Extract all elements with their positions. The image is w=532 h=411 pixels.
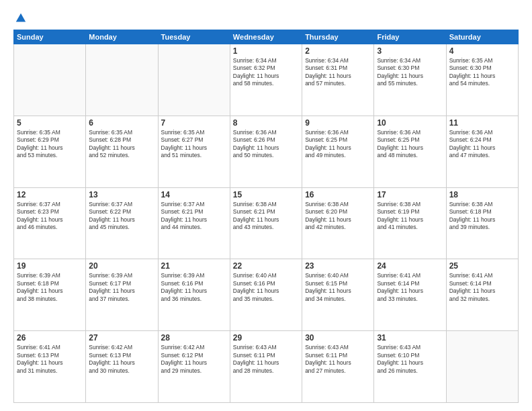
day-number: 3 [377,46,443,56]
calendar-day-cell: 20Sunrise: 6:39 AM Sunset: 6:17 PM Dayli… [86,259,158,331]
day-info: Sunrise: 6:37 AM Sunset: 6:23 PM Dayligh… [17,201,83,232]
day-number: 20 [89,261,154,271]
day-number: 1 [233,46,299,56]
calendar-day-cell: 24Sunrise: 6:41 AM Sunset: 6:14 PM Dayli… [374,259,446,331]
day-number: 25 [449,261,515,271]
day-number: 23 [305,261,371,271]
day-number: 8 [233,118,299,128]
day-info: Sunrise: 6:37 AM Sunset: 6:21 PM Dayligh… [161,201,227,232]
weekday-header-sunday: Sunday [14,30,86,44]
day-number: 19 [17,261,83,271]
calendar-day-cell: 6Sunrise: 6:35 AM Sunset: 6:28 PM Daylig… [86,116,158,187]
day-number: 7 [161,118,227,128]
day-number: 31 [377,333,443,342]
calendar-day-cell: 16Sunrise: 6:38 AM Sunset: 6:20 PM Dayli… [302,187,374,259]
calendar-day-cell: 10Sunrise: 6:36 AM Sunset: 6:25 PM Dayli… [374,116,446,187]
day-number: 30 [305,333,371,342]
day-info: Sunrise: 6:35 AM Sunset: 6:29 PM Dayligh… [17,129,83,160]
logo-icon [15,12,27,24]
calendar-day-cell: 11Sunrise: 6:36 AM Sunset: 6:24 PM Dayli… [446,116,518,187]
calendar-week-row: 26Sunrise: 6:41 AM Sunset: 6:13 PM Dayli… [14,331,519,403]
calendar-day-cell: 17Sunrise: 6:38 AM Sunset: 6:19 PM Dayli… [374,187,446,259]
day-number: 15 [233,190,299,199]
calendar-week-row: 5Sunrise: 6:35 AM Sunset: 6:29 PM Daylig… [14,116,519,187]
calendar-day-cell: 18Sunrise: 6:38 AM Sunset: 6:18 PM Dayli… [446,187,518,259]
calendar-week-row: 19Sunrise: 6:39 AM Sunset: 6:18 PM Dayli… [14,259,519,331]
day-number: 28 [161,333,227,342]
day-number: 10 [377,118,443,128]
calendar-day-cell: 27Sunrise: 6:42 AM Sunset: 6:13 PM Dayli… [86,331,158,403]
calendar-day-cell: 4Sunrise: 6:35 AM Sunset: 6:30 PM Daylig… [446,44,518,116]
day-info: Sunrise: 6:37 AM Sunset: 6:22 PM Dayligh… [89,201,154,232]
calendar-week-row: 1Sunrise: 6:34 AM Sunset: 6:32 PM Daylig… [14,44,519,116]
day-number: 17 [377,190,443,199]
day-number: 29 [233,333,299,342]
calendar-day-cell: 19Sunrise: 6:39 AM Sunset: 6:18 PM Dayli… [14,259,86,331]
calendar-day-cell: 15Sunrise: 6:38 AM Sunset: 6:21 PM Dayli… [230,187,302,259]
day-number: 6 [89,118,154,128]
day-info: Sunrise: 6:38 AM Sunset: 6:18 PM Dayligh… [449,201,515,232]
day-info: Sunrise: 6:36 AM Sunset: 6:25 PM Dayligh… [377,129,443,160]
day-info: Sunrise: 6:35 AM Sunset: 6:27 PM Dayligh… [161,129,227,160]
day-info: Sunrise: 6:43 AM Sunset: 6:10 PM Dayligh… [377,344,443,375]
day-info: Sunrise: 6:41 AM Sunset: 6:13 PM Dayligh… [17,344,83,375]
empty-cell [158,44,230,116]
logo [13,12,27,24]
day-number: 4 [449,46,515,56]
calendar-day-cell: 7Sunrise: 6:35 AM Sunset: 6:27 PM Daylig… [158,116,230,187]
day-info: Sunrise: 6:41 AM Sunset: 6:14 PM Dayligh… [377,272,443,303]
day-info: Sunrise: 6:38 AM Sunset: 6:21 PM Dayligh… [233,201,299,232]
day-info: Sunrise: 6:35 AM Sunset: 6:28 PM Dayligh… [89,129,154,160]
day-number: 26 [17,333,83,342]
calendar-day-cell: 8Sunrise: 6:36 AM Sunset: 6:26 PM Daylig… [230,116,302,187]
header [13,12,519,24]
calendar-table: SundayMondayTuesdayWednesdayThursdayFrid… [13,30,519,403]
calendar-day-cell: 21Sunrise: 6:39 AM Sunset: 6:16 PM Dayli… [158,259,230,331]
day-info: Sunrise: 6:40 AM Sunset: 6:15 PM Dayligh… [305,272,371,303]
calendar-week-row: 12Sunrise: 6:37 AM Sunset: 6:23 PM Dayli… [14,187,519,259]
day-info: Sunrise: 6:38 AM Sunset: 6:19 PM Dayligh… [377,201,443,232]
day-number: 11 [449,118,515,128]
day-number: 13 [89,190,154,199]
calendar-day-cell: 29Sunrise: 6:43 AM Sunset: 6:11 PM Dayli… [230,331,302,403]
calendar-day-cell: 9Sunrise: 6:36 AM Sunset: 6:25 PM Daylig… [302,116,374,187]
day-number: 21 [161,261,227,271]
day-info: Sunrise: 6:36 AM Sunset: 6:25 PM Dayligh… [305,129,371,160]
day-number: 18 [449,190,515,199]
calendar-day-cell: 22Sunrise: 6:40 AM Sunset: 6:16 PM Dayli… [230,259,302,331]
day-number: 5 [17,118,83,128]
calendar-day-cell: 31Sunrise: 6:43 AM Sunset: 6:10 PM Dayli… [374,331,446,403]
day-info: Sunrise: 6:42 AM Sunset: 6:13 PM Dayligh… [89,344,154,375]
day-number: 16 [305,190,371,199]
day-info: Sunrise: 6:39 AM Sunset: 6:16 PM Dayligh… [161,272,227,303]
calendar-day-cell: 25Sunrise: 6:41 AM Sunset: 6:14 PM Dayli… [446,259,518,331]
empty-cell [446,331,518,403]
weekday-header-row: SundayMondayTuesdayWednesdayThursdayFrid… [14,30,519,44]
calendar-day-cell: 30Sunrise: 6:43 AM Sunset: 6:11 PM Dayli… [302,331,374,403]
day-info: Sunrise: 6:34 AM Sunset: 6:32 PM Dayligh… [233,57,299,88]
day-info: Sunrise: 6:43 AM Sunset: 6:11 PM Dayligh… [233,344,299,375]
weekday-header-monday: Monday [86,30,158,44]
day-info: Sunrise: 6:34 AM Sunset: 6:31 PM Dayligh… [305,57,371,88]
day-info: Sunrise: 6:39 AM Sunset: 6:17 PM Dayligh… [89,272,154,303]
calendar-day-cell: 13Sunrise: 6:37 AM Sunset: 6:22 PM Dayli… [86,187,158,259]
weekday-header-friday: Friday [374,30,446,44]
day-info: Sunrise: 6:34 AM Sunset: 6:30 PM Dayligh… [377,57,443,88]
day-number: 14 [161,190,227,199]
day-number: 2 [305,46,371,56]
day-number: 9 [305,118,371,128]
day-info: Sunrise: 6:38 AM Sunset: 6:20 PM Dayligh… [305,201,371,232]
calendar-day-cell: 26Sunrise: 6:41 AM Sunset: 6:13 PM Dayli… [14,331,86,403]
calendar-day-cell: 5Sunrise: 6:35 AM Sunset: 6:29 PM Daylig… [14,116,86,187]
day-info: Sunrise: 6:43 AM Sunset: 6:11 PM Dayligh… [305,344,371,375]
calendar-day-cell: 1Sunrise: 6:34 AM Sunset: 6:32 PM Daylig… [230,44,302,116]
day-number: 22 [233,261,299,271]
day-number: 12 [17,190,83,199]
calendar-day-cell: 23Sunrise: 6:40 AM Sunset: 6:15 PM Dayli… [302,259,374,331]
day-info: Sunrise: 6:40 AM Sunset: 6:16 PM Dayligh… [233,272,299,303]
day-number: 24 [377,261,443,271]
calendar-day-cell: 2Sunrise: 6:34 AM Sunset: 6:31 PM Daylig… [302,44,374,116]
calendar-day-cell: 3Sunrise: 6:34 AM Sunset: 6:30 PM Daylig… [374,44,446,116]
weekday-header-tuesday: Tuesday [158,30,230,44]
calendar-day-cell: 12Sunrise: 6:37 AM Sunset: 6:23 PM Dayli… [14,187,86,259]
